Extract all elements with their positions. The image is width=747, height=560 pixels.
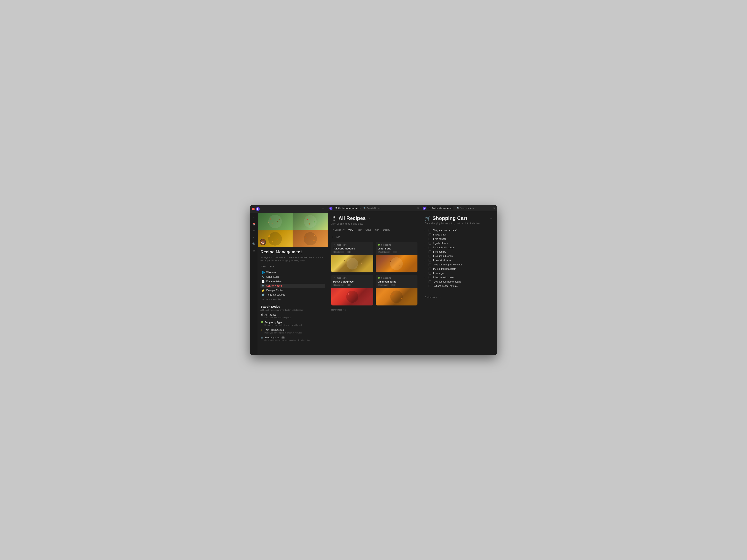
checkbox-item14[interactable] bbox=[429, 285, 431, 287]
checkbox-item11[interactable] bbox=[429, 272, 431, 274]
checkbox-item12[interactable] bbox=[429, 276, 431, 279]
calendar-icon[interactable]: 📅 bbox=[251, 221, 257, 227]
nav-item-search[interactable]: 🔍 Search Nodes bbox=[260, 284, 325, 288]
yakisoba-tag-icon: 🍴 bbox=[333, 244, 336, 246]
shopping-desc: Get a shopping list ready to go with a c… bbox=[424, 222, 493, 225]
item-text-8: 1 beef stock cube bbox=[433, 259, 451, 262]
node-recipes-by-type[interactable]: 💚 Recipes by Type Recipes sorted by diet… bbox=[260, 321, 325, 326]
yakisoba-tag-label: # recipe (re) bbox=[337, 244, 347, 246]
left-main-content: 🦔 Recipe Management Manage a list of rec… bbox=[258, 213, 328, 355]
checkbox-item6[interactable] bbox=[429, 250, 431, 253]
recipe-card-chilli[interactable]: 💚 # recipe (re) ··· Chilli con carne Fle… bbox=[376, 275, 418, 305]
all-recipes-icon: 🍴 bbox=[331, 216, 337, 221]
references-chevron-icon: › bbox=[343, 309, 344, 311]
nav-label-search: Search Nodes bbox=[266, 285, 282, 287]
node-fast-prep-desc: Meals you can prepare in under 30 minute… bbox=[260, 332, 325, 334]
layout-icon[interactable]: ⊞ bbox=[251, 248, 257, 253]
page-title-left: Recipe Management bbox=[260, 249, 325, 255]
tab-search-nodes-middle[interactable]: 🔍 Search Nodes bbox=[362, 206, 382, 210]
nav-item-add-menu[interactable]: + Add menu item bbox=[260, 297, 325, 302]
display-btn-middle[interactable]: Display bbox=[382, 228, 391, 232]
nav-item-template[interactable]: ⚙️ Template Settings bbox=[260, 293, 325, 297]
checkbox-item7[interactable] bbox=[429, 255, 431, 258]
references-chevron-right: › bbox=[438, 296, 438, 298]
close-btn-right[interactable]: ✕ bbox=[493, 207, 495, 210]
list-item: • 2 tbsp tomato purée bbox=[424, 275, 493, 279]
nav-label-examples: Example Entries bbox=[266, 289, 283, 292]
pasta-time-badge: 30 bbox=[347, 284, 351, 287]
add-row-middle[interactable]: + + Add bbox=[331, 235, 417, 239]
recipe-card-pasta[interactable]: 🍴 # recipe (re) ··· Pasta Bolognese Omni… bbox=[331, 275, 373, 305]
search-nodes-subtitle: All Search Nodes that bring this templat… bbox=[260, 309, 325, 311]
bullet-icon-6: • bbox=[424, 251, 427, 253]
references-row-middle[interactable]: References › ℹ bbox=[331, 309, 417, 311]
shopping-header: 🛒 Shopping Cart ··· bbox=[424, 215, 493, 221]
list-item: • 1 tsp sugar bbox=[424, 271, 493, 275]
more-options-middle[interactable]: ··· bbox=[413, 229, 417, 232]
pasta-tag-label: # recipe (re) bbox=[337, 277, 347, 279]
chilli-menu-btn[interactable]: ··· bbox=[413, 276, 415, 279]
tab-recipe-management-middle[interactable]: 🍴 Recipe Management bbox=[333, 206, 360, 210]
checkbox-item2[interactable] bbox=[429, 233, 431, 236]
middle-panel: C 🍴 Recipe Management / 🔍 Search Nodes ✕… bbox=[328, 205, 421, 355]
list-item: • 410g can red kidney beans bbox=[424, 279, 493, 284]
star-icon[interactable]: ✦ bbox=[251, 235, 257, 240]
checkbox-item1[interactable] bbox=[429, 229, 431, 232]
item-text-5: 2 tsp hot chilli powder bbox=[433, 246, 455, 249]
list-item: • 2 tsp hot chilli powder bbox=[424, 245, 493, 250]
tab-search-nodes-right[interactable]: 🔍 Search Nodes bbox=[455, 206, 475, 210]
view-btn-left[interactable]: View bbox=[260, 265, 267, 268]
node-shopping-cart[interactable]: 🛒 Shopping Cart ⚙ Get a shopping list re… bbox=[260, 336, 325, 342]
lentil-menu-btn[interactable]: ··· bbox=[413, 243, 415, 246]
filter-btn-middle[interactable]: Filter bbox=[356, 228, 363, 232]
bullet-icon-2: • bbox=[424, 234, 427, 236]
search-icon[interactable]: 🔍 bbox=[251, 241, 257, 246]
nav-item-setup[interactable]: 🔧 Setup Guide bbox=[260, 275, 325, 279]
tab-recipe-management-right[interactable]: 🍴 Recipe Management bbox=[427, 206, 453, 210]
nav-item-welcome[interactable]: 🌐 Welcome bbox=[260, 270, 325, 275]
node-fast-prep[interactable]: ⚡ Fast Prep Recipes Meals you can prepar… bbox=[260, 329, 325, 334]
checkbox-item5[interactable] bbox=[429, 246, 431, 249]
tab-icon-search-right: 🔍 bbox=[457, 207, 460, 209]
recipe-card-lentil[interactable]: 💚 # recipe (re) ··· Lentil Soup Plant Ba… bbox=[376, 242, 418, 272]
references-info-icon-right: ℹ bbox=[440, 296, 440, 298]
mail-icon[interactable]: ✉ bbox=[251, 228, 257, 233]
all-recipes-settings-icon[interactable]: ⊙ bbox=[368, 217, 370, 220]
nav-item-examples[interactable]: ⭐ Example Entries bbox=[260, 288, 325, 293]
yakisoba-title: Yakisoba Noodles bbox=[331, 247, 373, 251]
lentil-tag-label: # recipe (re) bbox=[381, 244, 392, 246]
checkbox-item10[interactable] bbox=[429, 268, 431, 270]
checkbox-item8[interactable] bbox=[429, 259, 431, 262]
more-options-right[interactable]: ··· bbox=[489, 217, 493, 220]
recipe-card-yakisoba[interactable]: 🍴 # recipe (re) ··· Yakisoba Noodles Fle… bbox=[331, 242, 373, 272]
recipe-grid: 🍴 # recipe (re) ··· Yakisoba Noodles Fle… bbox=[331, 242, 417, 305]
yakisoba-menu-btn[interactable]: ··· bbox=[369, 243, 371, 246]
edit-query-btn[interactable]: ✎ Edit query bbox=[331, 228, 346, 232]
pasta-image bbox=[331, 288, 373, 305]
nav-item-docs[interactable]: 📄 Documentation bbox=[260, 279, 325, 284]
list-item: • 1 red pepper bbox=[424, 237, 493, 241]
references-link-right[interactable]: 2 references › ℹ bbox=[424, 296, 493, 298]
checkbox-item4[interactable] bbox=[429, 242, 431, 245]
checkbox-item3[interactable] bbox=[429, 238, 431, 240]
sort-btn-middle[interactable]: Sort bbox=[374, 228, 380, 232]
checkbox-item9[interactable] bbox=[429, 263, 431, 266]
checkbox-item13[interactable] bbox=[429, 281, 431, 283]
lentil-title: Lentil Soup bbox=[376, 247, 418, 251]
close-btn-middle[interactable]: ✕ bbox=[417, 207, 419, 210]
back-icon[interactable]: ← bbox=[251, 215, 257, 220]
sidebar-toggle-icon[interactable]: ☰ bbox=[320, 206, 326, 212]
list-item: • 2 garlic cloves bbox=[424, 241, 493, 245]
view-btn-middle[interactable]: View bbox=[347, 228, 354, 232]
edit-query-icon: ✎ bbox=[332, 229, 334, 231]
nav-label-template: Template Settings bbox=[266, 293, 285, 296]
nav-label-add-menu: Add menu item bbox=[266, 298, 282, 301]
pasta-title: Pasta Bolognese bbox=[331, 280, 373, 284]
close-button-left[interactable]: ✕ bbox=[252, 208, 255, 210]
node-all-recipes[interactable]: 🍴 All Recipes A list of all recipes in o… bbox=[260, 314, 325, 319]
bullet-icon-1: • bbox=[424, 230, 427, 232]
nav-label-welcome: Welcome bbox=[266, 271, 276, 274]
filter-btn-left[interactable]: Filter bbox=[269, 265, 275, 268]
group-btn-middle[interactable]: Group bbox=[364, 228, 373, 232]
pasta-menu-btn[interactable]: ··· bbox=[369, 276, 371, 279]
